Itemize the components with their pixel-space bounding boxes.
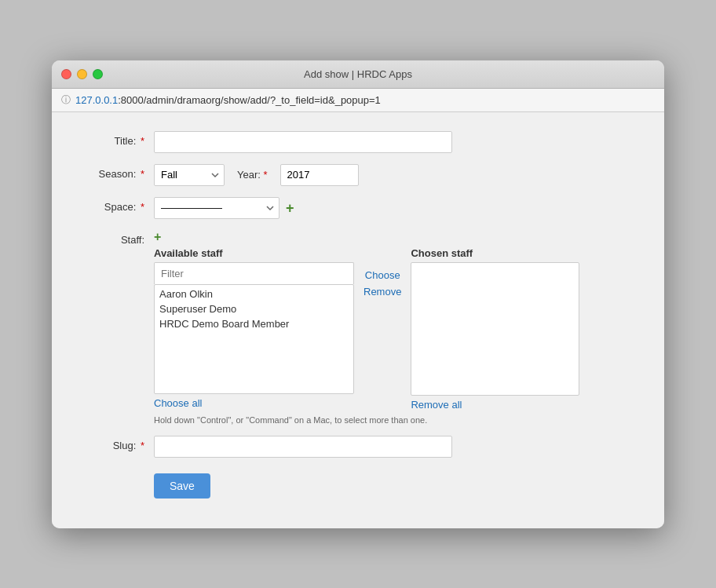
app-window: Add show | HRDC Apps ⓘ 127.0.0.1:8000/ad… [52, 60, 664, 528]
choose-link[interactable]: Choose [365, 269, 400, 281]
season-year-inputs: Fall Spring Summer Winter Year: * [154, 164, 359, 186]
space-required: * [141, 201, 144, 213]
staff-actions: Choose Remove [354, 269, 411, 298]
remove-link[interactable]: Remove [363, 286, 401, 298]
title-row: Title: * [75, 131, 641, 153]
address-text: 127.0.0.1:8000/admin/dramaorg/show/add/?… [75, 94, 381, 106]
year-input[interactable] [280, 164, 359, 186]
season-year-row: Season: * Fall Spring Summer Winter Year… [75, 164, 641, 186]
slug-label: Slug: * [75, 436, 154, 451]
staff-add-icon[interactable]: + [154, 230, 579, 244]
form-content: Title: * Season: * Fall Spring Summer Wi… [52, 112, 664, 528]
chosen-staff-title: Chosen staff [411, 247, 579, 259]
space-label: Space: * [75, 197, 154, 213]
space-inputs: —————— + [154, 197, 294, 219]
save-label-spacer [75, 473, 154, 477]
space-row: Space: * —————— + [75, 197, 641, 219]
season-required: * [141, 168, 144, 180]
titlebar: Add show | HRDC Apps [52, 60, 664, 89]
chosen-staff-list[interactable] [411, 262, 579, 396]
list-item[interactable]: Superuser Demo [155, 301, 353, 316]
slug-input[interactable] [154, 436, 452, 458]
year-label: Year: * [237, 169, 268, 181]
season-label: Season: * [75, 164, 154, 180]
staff-section: + Available staff Aaron Olkin Superuser … [154, 230, 579, 425]
maximize-button[interactable] [93, 69, 103, 79]
list-item[interactable]: HRDC Demo Board Member [155, 316, 353, 331]
space-add-icon[interactable]: + [286, 201, 294, 215]
slug-required: * [141, 440, 144, 451]
close-button[interactable] [61, 69, 71, 79]
staff-columns: Available staff Aaron Olkin Superuser De… [154, 247, 579, 411]
traffic-lights [61, 69, 103, 79]
choose-all-link[interactable]: Choose all [154, 397, 354, 409]
address-bar: ⓘ 127.0.0.1:8000/admin/dramaorg/show/add… [52, 89, 664, 112]
minimize-button[interactable] [77, 69, 87, 79]
available-staff-title: Available staff [154, 247, 354, 259]
help-text: Hold down "Control", or "Command" on a M… [154, 415, 579, 425]
staff-label: Staff: [75, 230, 154, 246]
season-select[interactable]: Fall Spring Summer Winter [154, 164, 225, 186]
filter-input[interactable] [154, 262, 354, 284]
remove-all-link[interactable]: Remove all [411, 399, 579, 411]
available-staff-list[interactable]: Aaron Olkin Superuser Demo HRDC Demo Boa… [154, 284, 354, 394]
title-input[interactable] [154, 131, 452, 153]
title-required: * [141, 135, 144, 147]
info-icon: ⓘ [61, 93, 71, 107]
slug-row: Slug: * [75, 436, 641, 458]
space-select[interactable]: —————— [154, 197, 279, 219]
available-staff-panel: Available staff Aaron Olkin Superuser De… [154, 247, 354, 409]
save-button[interactable]: Save [154, 473, 210, 499]
title-label: Title: * [75, 131, 154, 147]
address-rest: :8000/admin/dramaorg/show/add/?_to_field… [118, 94, 381, 106]
chosen-staff-panel: Chosen staff Remove all [411, 247, 579, 411]
staff-row: Staff: + Available staff Aaron Olkin Sup… [75, 230, 641, 425]
address-host: 127.0.0.1 [75, 94, 118, 106]
list-item[interactable]: Aaron Olkin [155, 287, 353, 301]
window-title: Add show | HRDC Apps [304, 68, 412, 80]
save-row: Save [75, 473, 641, 499]
